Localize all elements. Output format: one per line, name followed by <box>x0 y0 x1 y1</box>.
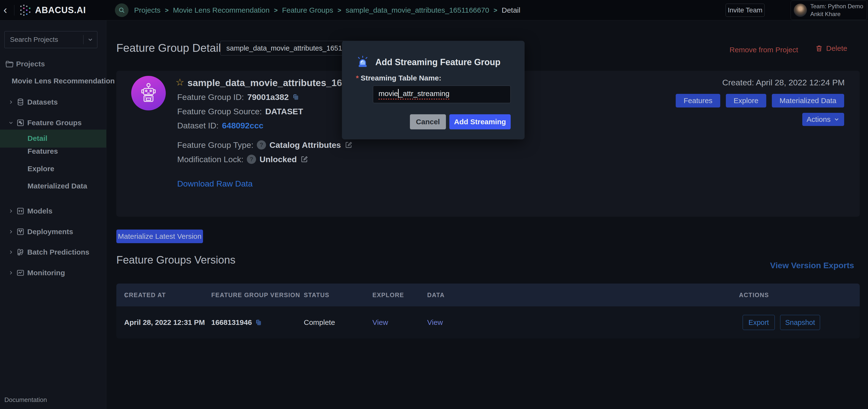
export-button[interactable]: Export <box>743 315 775 330</box>
modification-lock-label: Modification Lock: <box>177 155 243 164</box>
siren-icon <box>356 56 370 69</box>
documentation-link[interactable]: Documentation <box>4 396 47 404</box>
view-version-exports-link[interactable]: View Version Exports <box>770 261 854 270</box>
add-streaming-modal: Add Streaming Feature Group *Streaming T… <box>342 41 525 139</box>
breadcrumb-separator: > <box>274 7 278 14</box>
database-icon <box>16 98 26 106</box>
sidebar-item-label: Detail <box>28 134 48 142</box>
invite-team-button[interactable]: Invite Team <box>725 4 765 17</box>
actions-dropdown-button[interactable]: Actions <box>802 113 844 126</box>
modification-lock-row: Modification Lock: ? Unlocked <box>177 154 308 165</box>
row-actions: Export Snapshot <box>743 306 820 339</box>
breadcrumb-separator: > <box>165 7 168 14</box>
sidebar-item-label: Batch Predictions <box>27 248 89 256</box>
feature-group-id-label: Feature Group ID: <box>177 92 244 102</box>
features-button[interactable]: Features <box>676 94 720 107</box>
chevron-right-icon <box>8 208 14 214</box>
chevron-right-icon <box>8 270 14 276</box>
add-streaming-button[interactable]: Add Streaming <box>450 114 511 129</box>
user-menu[interactable]: Team: Python Demo Ankit Khare <box>790 0 867 20</box>
sidebar-item-detail-active[interactable]: Detail <box>0 130 106 147</box>
help-icon[interactable]: ? <box>247 155 256 164</box>
required-asterisk: * <box>356 74 359 82</box>
snapshot-button[interactable]: Snapshot <box>780 315 820 330</box>
sidebar-item-label: Models <box>27 207 52 215</box>
sidebar-item-models[interactable]: Models <box>0 206 106 216</box>
remove-from-project-link[interactable]: Remove from Project <box>730 46 798 54</box>
explore-button[interactable]: Explore <box>726 94 766 107</box>
versions-table: CREATED AT ↓ FEATURE GROUP VERSION STATU… <box>116 283 860 339</box>
edit-icon[interactable] <box>300 155 308 163</box>
copy-icon[interactable] <box>255 319 262 326</box>
sort-arrow-icon: ↓ <box>124 283 128 306</box>
row-status: Complete <box>304 306 335 339</box>
top-bar: ‹ ABACUS.AI Projects > Movie Lens Recomm… <box>0 0 868 21</box>
back-icon[interactable]: ‹ <box>3 0 7 21</box>
sidebar-item-batch-predictions[interactable]: Batch Predictions <box>0 247 106 257</box>
delete-label: Delete <box>826 44 847 53</box>
dataset-id-link[interactable]: 648092ccc <box>222 121 264 130</box>
sidebar-item-projects[interactable]: Projects <box>0 59 106 69</box>
row-data-link[interactable]: View <box>427 306 443 339</box>
versions-table-header: CREATED AT ↓ FEATURE GROUP VERSION STATU… <box>116 283 860 306</box>
chevron-right-icon <box>8 249 14 255</box>
materialized-data-button[interactable]: Materialized Data <box>772 94 844 107</box>
search-icon[interactable] <box>115 3 128 17</box>
sidebar-item-project-name[interactable]: Movie Lens Recommendation <box>12 77 115 85</box>
copy-icon[interactable] <box>292 93 300 101</box>
breadcrumb-projects[interactable]: Projects <box>134 6 160 14</box>
row-explore-link[interactable]: View <box>372 306 388 339</box>
edit-icon[interactable] <box>344 141 353 149</box>
delete-button[interactable]: Delete <box>815 44 847 53</box>
chevron-down-icon <box>8 120 14 126</box>
page-title: Feature Group Detail <box>116 41 221 55</box>
created-timestamp: Created: April 28, 2022 12:24 PM <box>722 78 845 87</box>
breadcrumb-detail: Detail <box>502 6 520 14</box>
feature-group-source-value: DATASET <box>265 107 303 116</box>
cancel-button[interactable]: Cancel <box>410 114 446 129</box>
help-icon[interactable]: ? <box>257 140 266 149</box>
chevron-down-icon <box>84 36 97 43</box>
abacus-logo-icon <box>19 4 31 16</box>
table-row: April 28, 2022 12:31 PM 1668131946 Compl… <box>116 306 860 339</box>
modal-title: Add Streaming Feature Group <box>375 57 500 67</box>
chevron-down-icon <box>833 116 840 123</box>
breadcrumb-separator: > <box>338 7 341 14</box>
sidebar-item-feature-groups[interactable]: Feature Groups <box>0 118 106 128</box>
column-data: DATA <box>427 283 445 306</box>
sidebar-item-deployments[interactable]: Deployments <box>0 227 106 237</box>
sidebar-item-features[interactable]: Features <box>28 147 58 156</box>
search-projects-placeholder: Search Projects <box>5 36 83 43</box>
feature-group-id-value: 79001a382 <box>247 92 289 102</box>
feature-group-id-row: Feature Group ID: 79001a382 <box>177 92 300 102</box>
feature-group-source-row: Feature Group Source: DATASET <box>177 106 303 117</box>
breadcrumb-feature-group-name[interactable]: sample_data_movie_attributes_1651166670 <box>346 6 489 14</box>
detail-button-row: Features Explore Materialized Data <box>676 94 844 107</box>
input-text: movie_attr_streaming <box>378 89 450 100</box>
search-projects-select[interactable]: Search Projects <box>4 31 97 48</box>
abacus-logo[interactable]: ABACUS.AI <box>19 4 86 16</box>
materialize-latest-version-button[interactable]: Materialize Latest Version <box>116 230 203 243</box>
column-explore: EXPLORE <box>372 283 404 306</box>
streaming-table-name-label: *Streaming Table Name: <box>356 74 441 82</box>
sidebar-item-label: Feature Groups <box>27 119 82 127</box>
team-label: Team: Python Demo <box>810 2 863 10</box>
batch-predictions-icon <box>16 248 26 257</box>
sidebar-item-explore[interactable]: Explore <box>28 165 54 173</box>
sidebar-item-label: Deployments <box>27 228 73 236</box>
feature-group-type-label: Feature Group Type: <box>177 140 253 150</box>
chevron-right-icon <box>8 229 14 235</box>
download-raw-data-link[interactable]: Download Raw Data <box>177 179 253 189</box>
dataset-id-row: Dataset ID: 648092ccc <box>177 120 264 131</box>
feature-groups-icon <box>16 118 26 127</box>
folder-icon <box>5 59 14 69</box>
sidebar-item-monitoring[interactable]: Monitoring <box>0 268 106 278</box>
feature-group-source-label: Feature Group Source: <box>177 107 262 116</box>
breadcrumb-feature-groups[interactable]: Feature Groups <box>282 6 333 14</box>
deployments-icon <box>16 227 26 236</box>
breadcrumb-project-name[interactable]: Movie Lens Recommendation <box>173 6 270 14</box>
sidebar-item-materialized-data[interactable]: Materialized Data <box>28 182 87 190</box>
favorite-star-icon[interactable]: ☆ <box>176 77 184 88</box>
sidebar-item-datasets[interactable]: Datasets <box>0 97 106 107</box>
streaming-table-name-input[interactable]: movie_attr_streaming <box>373 86 511 103</box>
